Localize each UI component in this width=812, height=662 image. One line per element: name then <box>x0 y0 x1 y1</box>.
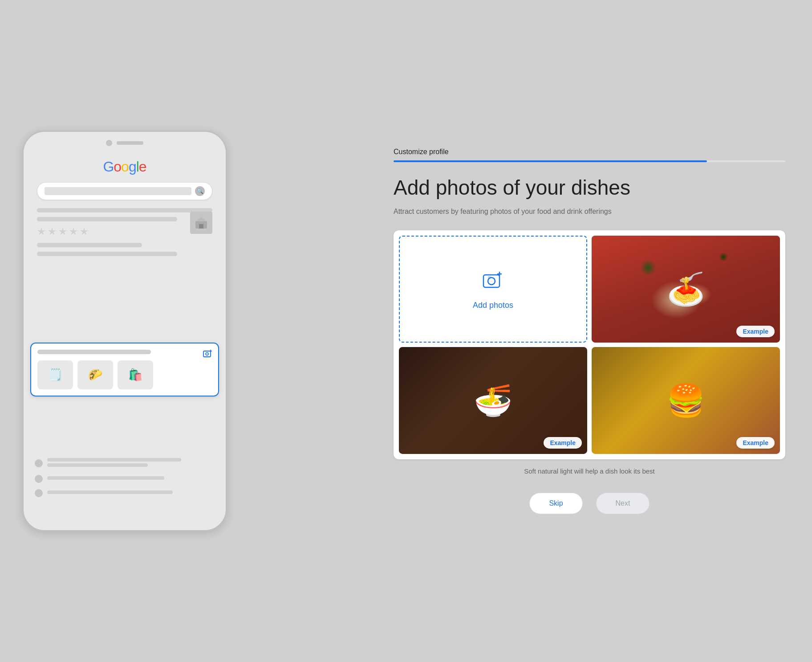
phone-outer: Google 🔍 ★ ★ ★ ★ ★ <box>22 131 227 531</box>
skip-button[interactable]: Skip <box>529 493 583 514</box>
phone-mockup: Google 🔍 ★ ★ ★ ★ ★ <box>22 131 227 531</box>
ramen-photo-cell: Example <box>399 347 587 454</box>
photo-grid: Add photos Example Example Example <box>399 236 780 454</box>
phone-bottom-content <box>35 458 215 503</box>
star-5: ★ <box>80 226 89 237</box>
tip-text: Soft natural light will help a dish look… <box>394 467 785 475</box>
phone-row-lines-1 <box>47 458 215 469</box>
phone-row-2 <box>35 475 215 483</box>
burger-photo-cell: Example <box>592 347 780 454</box>
page-container: Google 🔍 ★ ★ ★ ★ ★ <box>0 0 812 662</box>
phone-search-bar: 🔍 <box>37 182 212 200</box>
phone-row-3 <box>35 489 215 497</box>
phone-row-line-3a <box>47 490 173 494</box>
example-badge-2: Example <box>544 437 582 449</box>
phone-highlight-box: 🗒️ 🌮 🛍️ <box>30 343 219 396</box>
star-3: ★ <box>58 226 67 237</box>
highlight-title-line <box>37 350 151 354</box>
google-logo: Google <box>37 159 212 175</box>
bottom-buttons: Skip Next <box>394 493 785 514</box>
phone-row-lines-2 <box>47 476 215 482</box>
svg-rect-2 <box>199 224 203 229</box>
profile-header: Customize profile <box>394 148 785 162</box>
star-2: ★ <box>48 226 57 237</box>
svg-point-4 <box>206 353 208 356</box>
svg-rect-7 <box>488 276 491 278</box>
phone-row-line-1a <box>47 458 181 462</box>
highlight-item-2: 🌮 <box>77 360 113 389</box>
phone-row-icon-1 <box>35 459 43 467</box>
example-badge-1: Example <box>736 326 775 337</box>
main-subtitle: Attract customers by featuring photos of… <box>394 206 785 217</box>
pasta-photo-cell: Example <box>592 236 780 343</box>
progress-bar-fill <box>394 160 707 162</box>
highlight-items: 🗒️ 🌮 🛍️ <box>37 360 212 389</box>
photo-grid-container: Add photos Example Example Example <box>394 230 785 459</box>
svg-rect-5 <box>483 275 499 287</box>
highlight-item-1: 🗒️ <box>37 360 73 389</box>
star-1: ★ <box>37 226 46 237</box>
phone-search-input <box>45 187 191 195</box>
example-badge-3: Example <box>736 437 775 449</box>
stars-row: ★ ★ ★ ★ ★ <box>37 226 212 237</box>
phone-row-lines-3 <box>47 490 215 496</box>
phone-camera-plus-icon <box>203 349 213 361</box>
phone-inner: Google 🔍 ★ ★ ★ ★ ★ <box>24 132 226 530</box>
star-4: ★ <box>69 226 78 237</box>
phone-row-icon-2 <box>35 475 43 483</box>
content-line-3 <box>37 243 142 247</box>
highlight-item-3: 🛍️ <box>118 360 153 389</box>
phone-row-line-2a <box>47 476 164 480</box>
profile-title: Customize profile <box>394 148 785 156</box>
phone-row-line-1b <box>47 463 148 467</box>
google-g: G <box>103 159 114 175</box>
svg-point-6 <box>488 278 495 285</box>
main-heading: Add photos of your dishes <box>394 176 785 200</box>
phone-row-1 <box>35 458 215 469</box>
camera-plus-icon <box>482 269 505 296</box>
content-line-2 <box>37 217 177 221</box>
store-icon <box>190 212 212 234</box>
phone-row-icon-3 <box>35 489 43 497</box>
svg-marker-1 <box>195 217 207 221</box>
next-button: Next <box>596 493 650 514</box>
right-panel: Customize profile Add photos of your dis… <box>394 148 785 514</box>
add-photos-cell[interactable]: Add photos <box>399 236 587 343</box>
progress-bar-container <box>394 160 785 162</box>
phone-search-icon: 🔍 <box>195 186 205 196</box>
svg-rect-3 <box>203 351 211 357</box>
add-photos-label: Add photos <box>473 301 513 310</box>
content-line-1 <box>37 208 212 212</box>
content-line-4 <box>37 252 177 256</box>
